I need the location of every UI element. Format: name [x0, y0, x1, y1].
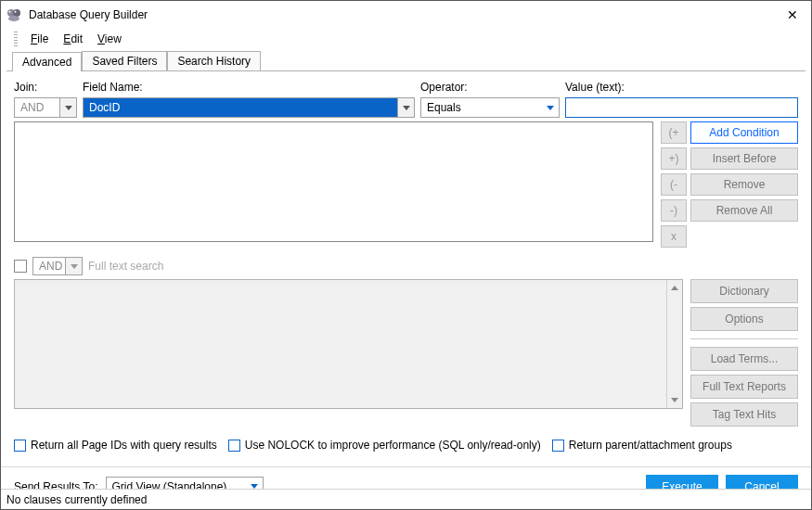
divider [1, 466, 811, 467]
condition-buttons: (+ Add Condition +) Insert Before (- Rem… [661, 121, 798, 248]
scrollbar-vertical[interactable] [666, 280, 682, 408]
tab-advanced[interactable]: Advanced [12, 52, 82, 71]
status-bar: No clauses currently defined [1, 489, 811, 509]
app-icon [6, 7, 21, 22]
fulltext-row: AND Full text search [14, 257, 798, 275]
use-nolock-checkbox[interactable]: Use NOLOCK to improve performance (SQL o… [228, 439, 541, 452]
chevron-down-icon[interactable] [397, 98, 414, 117]
status-text: No clauses currently defined [6, 493, 147, 506]
label-operator: Operator: [420, 81, 560, 94]
operator-text: Equals [421, 98, 542, 117]
fulltext-buttons: Dictionary Options Load Terms... Full Te… [690, 279, 798, 427]
svg-point-3 [15, 11, 17, 13]
scroll-up-icon[interactable] [667, 280, 682, 296]
tag-text-hits-button[interactable]: Tag Text Hits [690, 402, 798, 427]
fulltext-terms-list[interactable] [14, 279, 683, 409]
tab-strip: Advanced Saved Filters Search History [6, 49, 806, 71]
value-input-wrap [565, 97, 798, 118]
open-paren-remove-button[interactable]: (- [661, 173, 687, 196]
tab-saved-filters[interactable]: Saved Filters [82, 51, 167, 70]
scroll-down-icon[interactable] [667, 392, 682, 408]
chevron-down-icon[interactable] [59, 98, 76, 117]
menu-edit[interactable]: Edit [58, 31, 88, 47]
fts-join-combo[interactable]: AND [32, 257, 83, 275]
title-bar: Database Query Builder ✕ [1, 1, 811, 29]
conditions-list[interactable] [14, 121, 653, 242]
menu-view[interactable]: View [92, 31, 127, 47]
fulltext-label: Full text search [88, 260, 163, 273]
label-value: Value (text): [565, 81, 798, 94]
options-button[interactable]: Options [690, 307, 798, 331]
advanced-panel: Join: Field Name: Operator: Value (text)… [1, 71, 811, 457]
label-field: Field Name: [83, 81, 415, 94]
fulltext-checkbox[interactable] [14, 260, 27, 273]
operator-combo[interactable]: Equals [420, 97, 560, 118]
label-join: Join: [14, 81, 77, 94]
dictionary-button[interactable]: Dictionary [690, 279, 798, 303]
svg-point-2 [13, 9, 20, 17]
return-page-ids-checkbox[interactable]: Return all Page IDs with query results [14, 439, 217, 452]
close-paren-remove-button[interactable]: -) [661, 199, 687, 222]
insert-before-button[interactable]: Insert Before [690, 147, 798, 170]
close-button[interactable]: ✕ [781, 6, 804, 24]
chevron-down-icon[interactable] [65, 258, 82, 274]
remove-button[interactable]: Remove [690, 173, 798, 196]
clear-button[interactable]: x [661, 225, 687, 248]
tab-search-history[interactable]: Search History [167, 51, 261, 70]
window-title: Database Query Builder [29, 8, 781, 21]
join-combo-text: AND [15, 98, 59, 117]
join-combo[interactable]: AND [14, 97, 77, 118]
field-name-text: DocID [84, 98, 397, 117]
toolbar-grip [14, 32, 18, 46]
separator [690, 338, 798, 339]
remove-all-button[interactable]: Remove All [690, 199, 798, 222]
load-terms-button[interactable]: Load Terms... [690, 347, 798, 371]
menu-file[interactable]: File [25, 31, 54, 47]
chevron-down-icon[interactable] [542, 98, 559, 117]
field-name-combo[interactable]: DocID [83, 97, 415, 118]
options-row: Return all Page IDs with query results U… [14, 438, 798, 452]
return-parent-checkbox[interactable]: Return parent/attachment groups [552, 439, 732, 452]
svg-point-1 [9, 11, 11, 13]
open-paren-add-button[interactable]: (+ [661, 121, 687, 144]
close-paren-add-button[interactable]: +) [661, 147, 687, 170]
full-text-reports-button[interactable]: Full Text Reports [690, 375, 798, 399]
value-input[interactable] [566, 98, 797, 117]
svg-point-4 [8, 16, 19, 21]
add-condition-button[interactable]: Add Condition [690, 121, 798, 144]
menu-bar: File Edit View [1, 29, 811, 49]
